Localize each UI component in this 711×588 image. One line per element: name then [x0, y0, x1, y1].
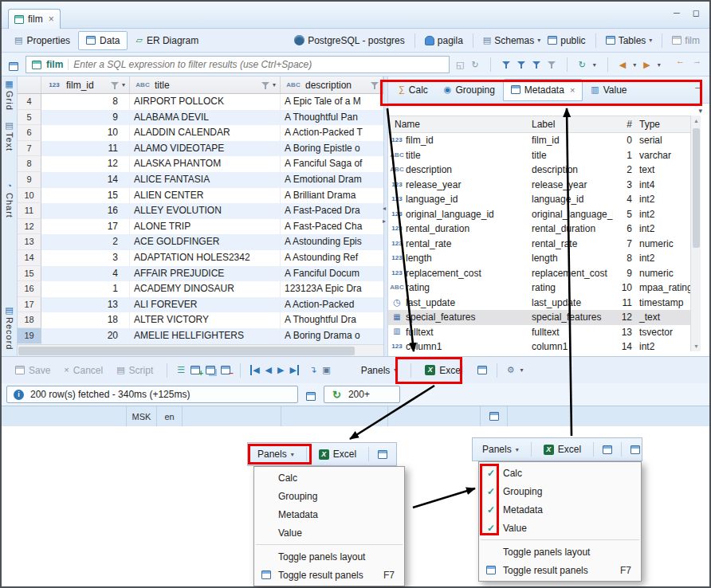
- next-row-icon[interactable]: ▶: [277, 365, 284, 375]
- menu-item-toggle-layout[interactable]: Toggle panels layout: [254, 547, 404, 566]
- row-number[interactable]: 6: [18, 125, 41, 141]
- column-name-cell[interactable]: title: [388, 148, 532, 163]
- table-row[interactable]: 4 8 AIRPORT POLLOCK A Epic Tale of a M: [18, 94, 383, 110]
- column-name-cell[interactable]: last_update: [388, 295, 532, 312]
- row-number[interactable]: 17: [18, 297, 41, 313]
- column-ordinal[interactable]: 0: [613, 133, 632, 148]
- row-number[interactable]: 14: [18, 250, 41, 266]
- metadata-row[interactable]: description description 2 text: [388, 163, 690, 178]
- column-ordinal[interactable]: 14: [613, 339, 632, 355]
- cell-description[interactable]: A Action-Packed: [281, 297, 383, 313]
- column-header-title[interactable]: title ▾: [130, 76, 281, 93]
- cell-film-id[interactable]: 18: [41, 312, 130, 328]
- editor-tab-film[interactable]: film ×: [8, 9, 61, 29]
- close-icon[interactable]: ×: [570, 85, 575, 95]
- header-ordinal[interactable]: #: [613, 119, 632, 130]
- column-name-cell[interactable]: release_year: [388, 178, 532, 193]
- column-label[interactable]: length: [532, 251, 613, 266]
- column-ordinal[interactable]: 2: [613, 163, 632, 178]
- column-label[interactable]: fulltext: [532, 325, 613, 340]
- column-name-cell[interactable]: film_id: [388, 133, 532, 148]
- scroll-up-icon[interactable]: ▲: [691, 118, 701, 123]
- table-row[interactable]: 11 16 ALLEY EVOLUTION A Fast-Paced Dra: [18, 203, 383, 219]
- table-row[interactable]: 9 14 ALICE FANTASIA A Emotional Dram: [18, 172, 383, 188]
- column-name-cell[interactable]: rental_duration: [388, 221, 532, 237]
- column-label[interactable]: rental_duration: [532, 221, 613, 237]
- table-row[interactable]: 5 9 ALABAMA DEVIL A Thoughtful Pan: [18, 110, 383, 126]
- metadata-row[interactable]: special_features special_features 12 _te…: [388, 310, 690, 325]
- column-ordinal[interactable]: 6: [613, 221, 632, 237]
- column-label[interactable]: release_year: [532, 178, 613, 193]
- breadcrumb-database[interactable]: pagila: [423, 35, 465, 46]
- previous-row-icon[interactable]: ◀: [265, 365, 272, 375]
- sql-filter-input[interactable]: [73, 59, 443, 70]
- presentation-tab-text[interactable]: ▤ Text: [2, 121, 17, 151]
- panels-button[interactable]: Panels ▾: [254, 447, 297, 461]
- cell-description[interactable]: A Thoughtful Pan: [281, 110, 383, 126]
- cell-film-id[interactable]: 4: [41, 266, 130, 282]
- scrollbar-thumb[interactable]: [18, 347, 355, 355]
- breadcrumb-public[interactable]: public: [546, 35, 587, 46]
- column-label[interactable]: title: [532, 148, 613, 163]
- grid-view-icon[interactable]: [378, 450, 387, 459]
- next-page-icon[interactable]: ▶: [643, 61, 650, 69]
- column-ordinal[interactable]: 7: [613, 237, 632, 252]
- cell-title[interactable]: ALONE TRIP: [130, 219, 281, 235]
- cell-title[interactable]: AIRPORT POLLOCK: [130, 94, 281, 110]
- column-type[interactable]: numeric: [632, 237, 685, 252]
- metadata-row[interactable]: original_language_id original_language_i…: [388, 207, 690, 222]
- column-type[interactable]: mpaa_rating: [632, 280, 685, 296]
- column-type[interactable]: tsvector: [632, 325, 685, 340]
- delete-row-icon[interactable]: [221, 366, 230, 374]
- cell-title[interactable]: ALIEN CENTER: [130, 188, 281, 204]
- metadata-row[interactable]: rental_duration rental_duration 6 int2: [388, 221, 690, 237]
- custom-filter-icon[interactable]: [9, 62, 18, 71]
- column-filter-icon[interactable]: [261, 81, 269, 89]
- menu-item[interactable]: ✓ Metadata: [254, 505, 404, 523]
- column-type[interactable]: int4: [632, 178, 685, 193]
- cell-title[interactable]: ALI FOREVER: [130, 297, 281, 313]
- cell-description[interactable]: A Boring Drama o: [281, 328, 383, 344]
- metadata-row[interactable]: fulltext fulltext 13 tsvector: [388, 325, 690, 340]
- column-ordinal[interactable]: 9: [613, 266, 632, 281]
- column-ordinal[interactable]: 1: [613, 148, 632, 163]
- column-header-description[interactable]: description: [281, 76, 383, 93]
- cell-title[interactable]: ACADEMY DINOSAUR: [130, 281, 281, 297]
- column-label[interactable]: replacement_cost: [532, 266, 613, 281]
- column-type[interactable]: _text: [632, 310, 685, 325]
- maximize-icon[interactable]: ◻: [693, 8, 700, 18]
- cell-description[interactable]: A Emotional Dram: [281, 172, 383, 188]
- row-number[interactable]: 8: [18, 156, 41, 172]
- column-label[interactable]: description: [532, 163, 613, 178]
- cell-description[interactable]: A Action-Packed T: [281, 125, 383, 141]
- metadata-row[interactable]: length length 8 int2: [388, 251, 690, 266]
- panel-tab-grouping[interactable]: ◉ Grouping: [436, 79, 503, 101]
- column-type[interactable]: int2: [632, 221, 685, 237]
- column-name-cell[interactable]: rental_rate: [388, 237, 532, 252]
- table-row[interactable]: 13 2 ACE GOLDFINGER A Astounding Epis: [18, 234, 383, 250]
- menu-item[interactable]: ✓ Grouping: [254, 487, 404, 505]
- refresh-results-icon[interactable]: ↻: [579, 61, 586, 69]
- gear-icon[interactable]: ⚙: [507, 366, 515, 374]
- column-type[interactable]: serial: [632, 133, 685, 148]
- column-label[interactable]: film_id: [532, 133, 613, 148]
- presentation-tab-chart[interactable]: ◔ Chart: [2, 182, 17, 218]
- table-row[interactable]: 10 15 ALIEN CENTER A Brilliant Drama: [18, 188, 383, 204]
- column-type[interactable]: int2: [632, 207, 685, 222]
- cell-description[interactable]: A Boring Epistle o: [281, 141, 383, 157]
- tab-properties[interactable]: ▤ Properties: [6, 31, 78, 50]
- fetch-more-button[interactable]: ↻ 200+: [324, 386, 400, 403]
- presentation-tab-grid[interactable]: ▦ Grid: [2, 80, 17, 111]
- column-name-cell[interactable]: replacement_cost: [388, 266, 532, 281]
- column-name-cell[interactable]: rating: [388, 280, 532, 296]
- grid-corner-cell[interactable]: [18, 76, 41, 93]
- column-label[interactable]: rating: [532, 280, 613, 296]
- column-label[interactable]: special_features: [532, 310, 613, 325]
- metadata-row[interactable]: language_id language_id 4 int2: [388, 192, 690, 207]
- metadata-row[interactable]: rental_rate rental_rate 7 numeric: [388, 237, 690, 252]
- column-ordinal[interactable]: 5: [613, 207, 632, 222]
- cell-film-id[interactable]: 1: [41, 281, 130, 297]
- column-label[interactable]: rental_rate: [532, 237, 613, 252]
- breadcrumb-schemas[interactable]: ▤ Schemas ▾: [481, 35, 542, 46]
- refresh-icon[interactable]: ↻: [471, 61, 478, 69]
